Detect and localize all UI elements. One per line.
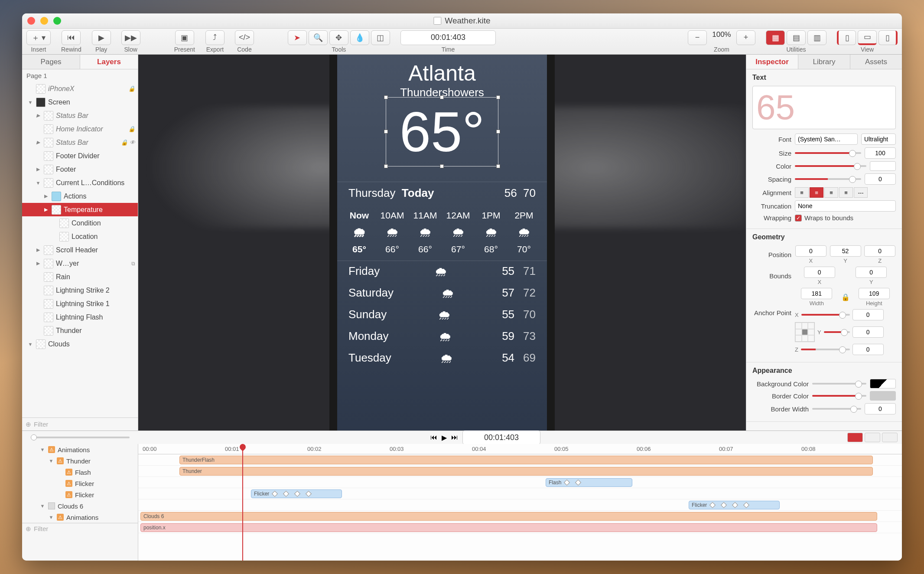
disclosure-icon[interactable]: ▼ — [39, 503, 46, 509]
export-button[interactable]: ⤴ — [205, 30, 224, 45]
clip-clouds6[interactable]: Clouds 6 — [140, 512, 877, 521]
color-slider[interactable] — [795, 165, 866, 167]
timeline-tree-item[interactable]: ▼Clouds 6 — [22, 500, 138, 512]
sel-handle-br[interactable] — [496, 164, 500, 168]
keyframe-icon[interactable] — [272, 491, 278, 497]
timeline-zoom-scrub[interactable] — [22, 437, 138, 438]
sel-handle-bm[interactable] — [440, 164, 444, 168]
view-right-button[interactable]: ▯ — [878, 30, 898, 45]
keyframe-icon[interactable] — [721, 502, 727, 508]
tl-time-display[interactable]: 00:01:403 — [462, 430, 540, 445]
sel-handle-tl[interactable] — [384, 95, 388, 99]
anchor-grid[interactable] — [795, 322, 815, 342]
layer-item[interactable]: Lightning Strike 2 — [22, 284, 138, 297]
spacing-slider[interactable] — [795, 178, 861, 180]
tl-play-button[interactable]: ▶ — [442, 434, 447, 442]
truncation-select[interactable]: None — [795, 200, 896, 212]
color-swatch[interactable] — [870, 161, 896, 171]
sel-handle-tr[interactable] — [496, 95, 500, 99]
size-input[interactable] — [865, 147, 896, 159]
tl-prev-button[interactable]: ⏮ — [430, 434, 437, 441]
anchor-z[interactable] — [852, 344, 884, 355]
layer-item[interactable]: Footer Divider — [22, 149, 138, 163]
layer-item[interactable]: Location — [22, 230, 138, 243]
rewind-button[interactable]: ⏮ — [62, 30, 81, 45]
canvas[interactable]: 9:41 📶 📡 🔋 Atlanta Thundershowers 65° — [138, 55, 746, 430]
disclosure-icon[interactable]: ▼ — [27, 100, 33, 105]
timeline-ruler[interactable]: 00:0000:0100:0200:0300:0400:0500:0600:07… — [138, 444, 902, 454]
layer-item[interactable]: Lightning Strike 1 — [22, 297, 138, 310]
weight-select[interactable]: Ultralight — [861, 134, 896, 145]
layer-item[interactable]: ▶W…yer⧉ — [22, 257, 138, 270]
borderwidth-slider[interactable] — [812, 408, 861, 410]
layer-item[interactable]: Home Indicator🔒 — [22, 122, 138, 136]
keyframe-icon[interactable] — [283, 491, 289, 497]
spacing-input[interactable] — [865, 173, 896, 185]
tl-view-1[interactable] — [847, 433, 863, 442]
clip-thunder[interactable]: Thunder — [179, 467, 873, 476]
align-center[interactable]: ≡ — [810, 187, 823, 198]
anchor-x[interactable] — [852, 309, 884, 320]
util-3-button[interactable]: ▥ — [807, 30, 826, 45]
sel-handle-tm[interactable] — [440, 95, 444, 99]
layer-item[interactable]: Rain — [22, 270, 138, 284]
align-justify[interactable]: ≡ — [839, 187, 853, 198]
bgcolor-slider[interactable] — [812, 383, 866, 385]
timeline-tracks[interactable]: 00:0000:0100:0200:0300:0400:0500:0600:07… — [138, 444, 902, 561]
size-slider[interactable] — [795, 152, 861, 154]
wrapping-checkbox-row[interactable]: ✓ Wraps to bounds — [795, 214, 853, 222]
timeline-tree-item[interactable]: ⚠Flash — [22, 466, 138, 478]
keyframe-icon[interactable] — [306, 491, 312, 497]
keyframe-icon[interactable] — [575, 479, 581, 486]
play-button[interactable]: ▶ — [92, 30, 111, 45]
disclosure-icon[interactable]: ▶ — [35, 247, 41, 253]
tl-filter[interactable]: ⊕ Filter — [22, 523, 138, 534]
keyframe-icon[interactable] — [564, 479, 570, 486]
layer-item[interactable]: Condition — [22, 216, 138, 230]
timeline-tree-item[interactable]: ▼⚠Animations — [22, 512, 138, 523]
clip-thunderflash[interactable]: ThunderFlash — [179, 456, 873, 464]
position-y[interactable] — [830, 245, 861, 257]
timeline-tree-item[interactable]: ⚠Flicker — [22, 478, 138, 489]
disclosure-icon[interactable]: ▶ — [35, 140, 41, 145]
keyframe-icon[interactable] — [709, 502, 716, 508]
eye-icon[interactable]: 👁 — [130, 139, 135, 146]
layer-item[interactable]: ▶Status Bar🔒👁 — [22, 136, 138, 149]
close-button[interactable] — [27, 17, 35, 25]
util-2-button[interactable]: ▤ — [787, 30, 806, 45]
lock-icon[interactable]: 🔒 — [128, 126, 135, 132]
bordercolor-slider[interactable] — [812, 395, 866, 397]
pointer-tool[interactable]: ➤ — [288, 30, 307, 45]
disclosure-icon[interactable]: ▶ — [35, 261, 41, 266]
keyframe-icon[interactable] — [294, 491, 300, 497]
keyframe-icon[interactable] — [743, 502, 749, 508]
bordercolor-swatch[interactable] — [870, 391, 896, 401]
align-none[interactable]: --- — [854, 187, 868, 198]
selection-box[interactable] — [386, 97, 498, 166]
layer-item[interactable]: ▶Actions — [22, 189, 138, 203]
timeline-tree-item[interactable]: ▼⚠Thunder — [22, 455, 138, 466]
move-tool[interactable]: ✥ — [329, 30, 348, 45]
sel-handle-bl[interactable] — [384, 164, 388, 168]
layer-item[interactable]: Thunder — [22, 324, 138, 337]
layer-filter[interactable]: ⊕ Filter — [22, 417, 138, 430]
anchor-y[interactable] — [852, 326, 884, 338]
disclosure-icon[interactable]: ▶ — [43, 207, 49, 212]
timeline-tree-item[interactable]: ⚠Flicker — [22, 489, 138, 500]
view-left-button[interactable]: ▯ — [837, 30, 856, 45]
layer-item[interactable]: ▼Clouds — [22, 337, 138, 351]
disclosure-icon[interactable]: ▶ — [35, 113, 41, 118]
keyframe-icon[interactable] — [732, 502, 738, 508]
tab-pages[interactable]: Pages — [22, 55, 80, 69]
lock-icon[interactable]: 🔒 — [121, 139, 128, 146]
align-left[interactable]: ≡ — [795, 187, 809, 198]
sel-handle-mr[interactable] — [496, 130, 500, 134]
borderwidth-input[interactable] — [865, 403, 896, 414]
layer-item[interactable]: ▼Screen — [22, 95, 138, 109]
sel-handle-ml[interactable] — [384, 130, 388, 134]
bounds-width[interactable] — [801, 288, 832, 299]
layer-item[interactable]: ▼Current L…Conditions — [22, 176, 138, 189]
anchor-x-slider[interactable] — [801, 314, 850, 316]
align-right[interactable]: ≡ — [824, 187, 838, 198]
wrapping-checkbox[interactable]: ✓ — [795, 215, 802, 222]
